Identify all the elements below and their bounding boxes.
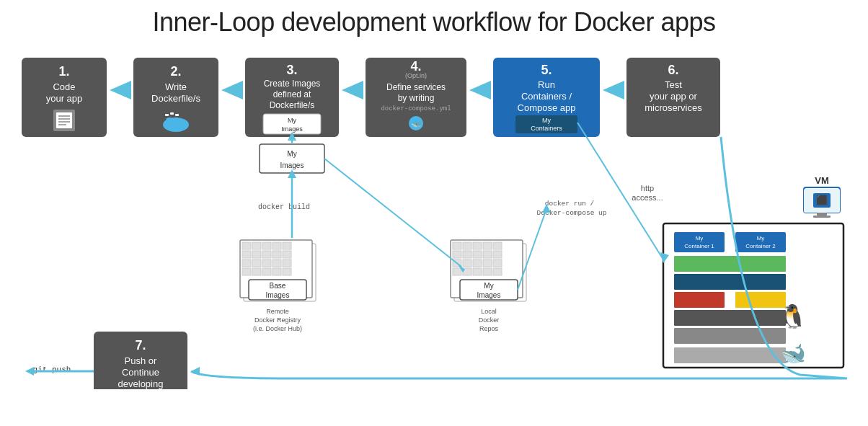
step1-doc (56, 112, 72, 128)
main-page: Inner-Loop development workflow for Dock… (0, 0, 868, 426)
svg-rect-5 (242, 251, 251, 258)
arrow-return-bottom-head (191, 367, 200, 376)
svg-rect-12 (262, 259, 271, 267)
diagram-area: 1. Code your app 2. Write Dockerfile/s (14, 50, 854, 392)
svg-rect-7 (262, 251, 271, 258)
svg-rect-18 (273, 268, 281, 275)
svg-rect-17 (262, 268, 271, 275)
remote-registry-label3: (i.e. Docker Hub) (253, 325, 302, 332)
svg-rect-39 (493, 268, 502, 275)
step2-num: 2. (170, 64, 181, 79)
step6-label3: microservices (645, 102, 702, 113)
step3-label1: Create Images (264, 79, 321, 89)
color-bar-lightgray (674, 328, 786, 344)
step4-num: 4. (410, 59, 421, 74)
svg-rect-23 (483, 242, 492, 249)
remote-registry-label1: Remote (266, 308, 289, 315)
svg-rect-38 (483, 268, 492, 275)
svg-rect-21 (463, 242, 471, 249)
svg-rect-20 (453, 242, 461, 249)
step6-label2: your app or (650, 91, 697, 102)
step5-label1: Run (538, 79, 555, 90)
step2-label1: Write (165, 81, 187, 92)
svg-rect-27 (473, 251, 482, 258)
svg-rect-19 (283, 268, 291, 275)
step1-label1: Code (53, 81, 75, 92)
svg-rect-16 (252, 268, 261, 275)
svg-rect-8 (273, 251, 281, 258)
container2-text2: Container 2 (745, 243, 776, 249)
svg-rect-10 (242, 259, 251, 267)
step3-num: 3. (286, 63, 297, 77)
http-label2: access... (632, 193, 663, 202)
step7-num: 7. (135, 338, 146, 352)
svg-rect-31 (463, 259, 471, 267)
svg-rect-2 (262, 242, 271, 249)
base-images-text1: Base (270, 282, 286, 290)
svg-rect-25 (453, 251, 461, 258)
step4-compose: docker-compose.yml (381, 105, 451, 112)
step5-containers: Containers (531, 125, 562, 132)
arrow5 (603, 81, 624, 99)
step3-my: My (288, 117, 296, 124)
svg-rect-37 (473, 268, 482, 275)
svg-rect-6 (252, 251, 261, 258)
step2-whale-water1 (165, 114, 169, 116)
color-bar-gray (674, 310, 786, 326)
svg-rect-1 (252, 242, 261, 249)
container1-text1: My (696, 235, 704, 241)
linux-penguin-icon: 🐧 (779, 303, 807, 330)
svg-rect-3 (273, 242, 281, 249)
docker-run-label1: docker run / (545, 200, 595, 208)
arrow2 (221, 81, 243, 99)
arrow-gitpush-left-head (25, 367, 34, 376)
step3-label2: defined at (273, 89, 311, 99)
step1-num: 1. (58, 64, 69, 79)
step1-label2: your app (46, 93, 83, 104)
vm-monitor-base (813, 216, 831, 218)
svg-rect-33 (483, 259, 492, 267)
arrow4 (469, 81, 491, 99)
svg-rect-29 (493, 251, 502, 258)
step4-label1: Define services (386, 82, 446, 92)
svg-rect-32 (473, 259, 482, 267)
step5-label3: Compose app (518, 102, 576, 113)
step4-opt: (Opt.in) (405, 72, 427, 79)
container1-text2: Container 1 (684, 243, 714, 249)
arrow-myimages-local (324, 159, 461, 267)
git-push-label: git push (33, 365, 71, 374)
step2-whale-water3 (175, 114, 179, 116)
svg-rect-24 (493, 242, 502, 249)
svg-rect-22 (473, 242, 482, 249)
page-title: Inner-Loop development workflow for Dock… (14, 7, 854, 37)
container2-text1: My (757, 235, 765, 241)
local-repos-label3: Repos (479, 325, 499, 332)
svg-rect-13 (273, 259, 281, 267)
http-label1: http (641, 184, 654, 192)
step5-label2: Containers / (521, 91, 572, 102)
step5-num: 5. (541, 63, 552, 77)
step5-my: My (542, 117, 551, 124)
my-images-top-text1: My (287, 150, 296, 158)
vm-text: VM (815, 175, 829, 186)
base-images-text2: Images (266, 291, 290, 299)
svg-rect-35 (453, 268, 461, 275)
workflow-diagram: 1. Code your app 2. Write Dockerfile/s (14, 50, 854, 389)
remote-registry-label2: Docker Registry (254, 316, 301, 324)
step7-label1: Push or (125, 355, 157, 366)
color-bar-red (674, 292, 725, 308)
color-bar-darkblue (674, 274, 786, 290)
vm-monitor-stand (817, 213, 827, 216)
my-images-top-text2: Images (280, 161, 304, 169)
color-bar-green (674, 256, 786, 272)
svg-rect-0 (242, 242, 251, 249)
step2-whale-water2 (170, 112, 174, 115)
arrow1 (110, 81, 131, 99)
svg-rect-26 (463, 251, 471, 258)
my-images-local-text2: Images (477, 291, 501, 299)
step7-label2: Continue (122, 367, 159, 378)
svg-rect-11 (252, 259, 261, 267)
color-bar-lighter (674, 347, 786, 363)
svg-rect-9 (283, 251, 291, 258)
svg-rect-34 (493, 259, 502, 267)
